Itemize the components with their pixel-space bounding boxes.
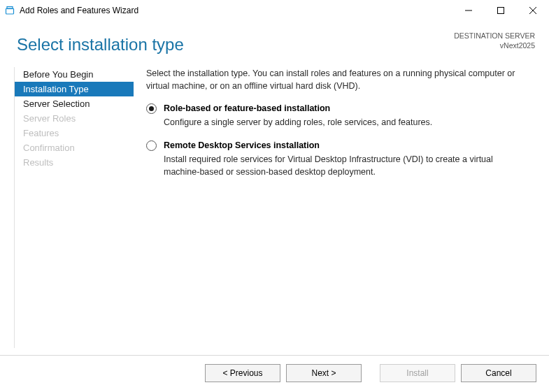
- header: Select installation type DESTINATION SER…: [0, 21, 549, 57]
- destination-value: vNext2025: [454, 41, 535, 50]
- wizard-footer: < Previous Next > Install Cancel: [0, 355, 549, 392]
- maximize-button[interactable]: [485, 0, 517, 21]
- minimize-button[interactable]: [452, 0, 485, 21]
- titlebar: Add Roles and Features Wizard: [0, 0, 549, 21]
- nav-server-selection[interactable]: Server Selection: [15, 96, 134, 111]
- wizard-content: Select the installation type. You can in…: [134, 67, 535, 348]
- nav-server-roles: Server Roles: [15, 111, 134, 126]
- nav-features: Features: [15, 126, 134, 140]
- svg-rect-0: [6, 8, 14, 14]
- svg-rect-1: [7, 7, 13, 9]
- option-remote-desktop[interactable]: Remote Desktop Services installation Ins…: [146, 139, 529, 178]
- radio-remote-desktop[interactable]: [146, 140, 157, 151]
- radio-role-based[interactable]: [146, 103, 157, 114]
- app-icon: [4, 5, 15, 16]
- destination-info: DESTINATION SERVER vNext2025: [454, 29, 535, 50]
- option-desc: Configure a single server by adding role…: [164, 116, 529, 129]
- option-role-based[interactable]: Role-based or feature-based installation…: [146, 102, 529, 129]
- next-button[interactable]: Next >: [286, 364, 362, 382]
- page-title: Select installation type: [17, 35, 454, 55]
- option-desc: Install required role services for Virtu…: [164, 153, 529, 178]
- nav-installation-type[interactable]: Installation Type: [15, 82, 134, 96]
- previous-button[interactable]: < Previous: [205, 364, 280, 382]
- option-title: Remote Desktop Services installation: [164, 139, 529, 152]
- intro-text: Select the installation type. You can in…: [146, 67, 529, 92]
- nav-before-you-begin[interactable]: Before You Begin: [15, 67, 134, 82]
- window: Add Roles and Features Wizard Select ins…: [0, 0, 549, 392]
- close-button[interactable]: [517, 0, 549, 21]
- option-title: Role-based or feature-based installation: [164, 102, 529, 115]
- nav-confirmation: Confirmation: [15, 140, 134, 155]
- cancel-button[interactable]: Cancel: [461, 364, 536, 382]
- window-title: Add Roles and Features Wizard: [20, 6, 138, 15]
- install-button: Install: [380, 364, 455, 382]
- wizard-body: Before You Begin Installation Type Serve…: [0, 57, 549, 355]
- destination-label: DESTINATION SERVER: [454, 31, 535, 41]
- wizard-nav: Before You Begin Installation Type Serve…: [14, 67, 134, 348]
- nav-results: Results: [15, 155, 134, 170]
- svg-rect-3: [498, 8, 504, 14]
